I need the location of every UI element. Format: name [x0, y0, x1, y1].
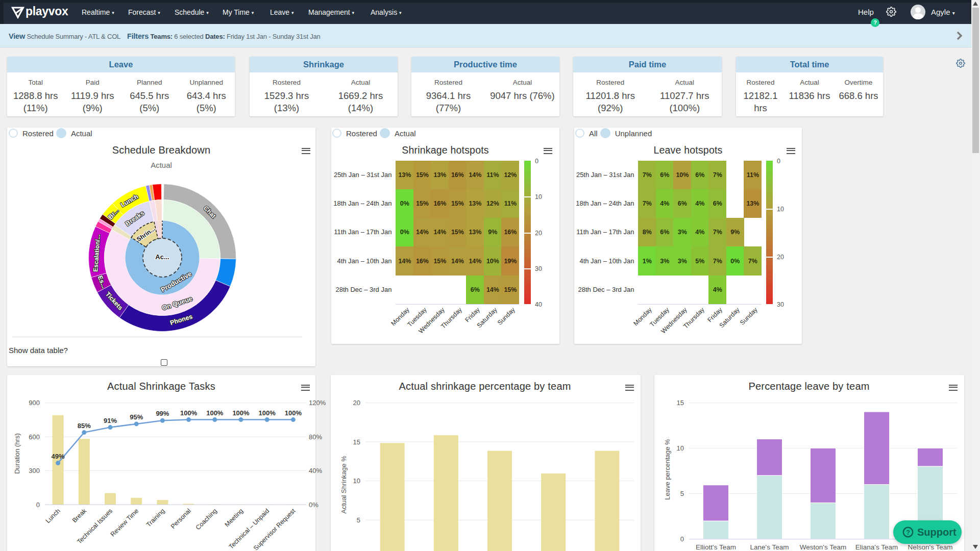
svg-text:91%: 91% — [104, 417, 117, 424]
svg-text:Actual Shrinkage %: Actual Shrinkage % — [340, 456, 348, 514]
svg-text:Weston's Team: Weston's Team — [800, 543, 846, 551]
svg-text:Review Time: Review Time — [109, 507, 140, 538]
svg-text:0%: 0% — [309, 501, 318, 509]
svg-text:0: 0 — [36, 501, 40, 509]
svg-text:10: 10 — [677, 444, 684, 452]
svg-text:100%: 100% — [206, 409, 224, 417]
svg-text:120%: 120% — [309, 399, 326, 407]
svg-text:100%: 100% — [285, 409, 302, 417]
svg-text:80%: 80% — [309, 433, 322, 441]
svg-text:Coaching: Coaching — [194, 507, 218, 531]
svg-text:Leave percentage %: Leave percentage % — [664, 439, 671, 500]
svg-text:5: 5 — [680, 490, 684, 497]
svg-text:100%: 100% — [232, 409, 250, 417]
svg-text:Lane's Team: Lane's Team — [750, 543, 789, 551]
svg-text:Break: Break — [71, 507, 88, 524]
svg-text:Elliott's Team: Elliott's Team — [696, 543, 736, 551]
svg-text:100%: 100% — [180, 409, 198, 417]
svg-text:Eliana's Team: Eliana's Team — [855, 543, 898, 551]
svg-text:900: 900 — [29, 399, 40, 407]
svg-text:99%: 99% — [156, 410, 169, 417]
svg-text:600: 600 — [29, 433, 40, 441]
svg-text:Duration (hrs): Duration (hrs) — [13, 433, 21, 473]
svg-text:15: 15 — [677, 399, 684, 407]
svg-text:10: 10 — [353, 477, 360, 485]
svg-text:Training: Training — [145, 507, 166, 529]
svg-text:95%: 95% — [130, 413, 143, 421]
svg-text:85%: 85% — [78, 422, 91, 430]
svg-text:49%: 49% — [52, 453, 65, 460]
svg-text:Lunch: Lunch — [44, 507, 62, 524]
svg-text:20: 20 — [353, 399, 360, 407]
svg-text:40%: 40% — [309, 467, 322, 474]
svg-text:300: 300 — [29, 467, 40, 474]
svg-text:Ac...: Ac... — [155, 253, 169, 261]
svg-text:Personal: Personal — [169, 507, 192, 530]
svg-text:?: ? — [906, 529, 910, 536]
svg-text:Nelson's Team: Nelson's Team — [908, 543, 953, 551]
svg-text:15: 15 — [353, 438, 360, 446]
svg-text:5: 5 — [357, 516, 360, 524]
svg-text:0: 0 — [680, 535, 684, 543]
svg-text:100%: 100% — [259, 409, 276, 417]
svg-text:Meeting: Meeting — [224, 507, 244, 528]
